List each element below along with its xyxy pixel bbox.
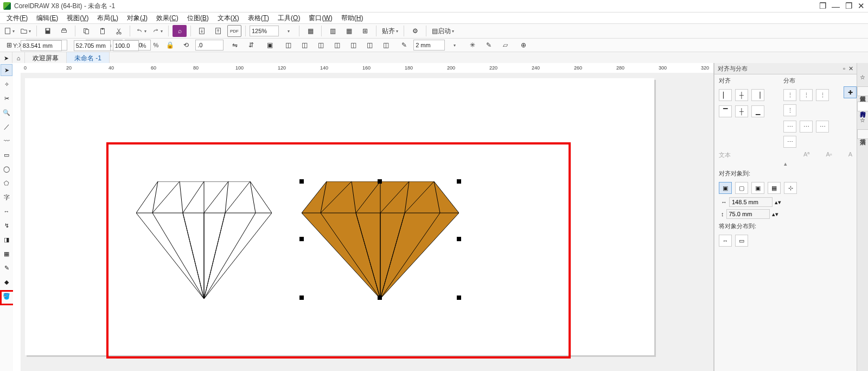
maximize-icon[interactable]: ❐: [845, 1, 852, 11]
vtab-align-distribute[interactable]: 对齐与分布: [857, 102, 869, 111]
dist-to-selection[interactable]: ↔: [719, 235, 732, 247]
minimize-icon[interactable]: ―: [832, 2, 840, 11]
quick-custom-button[interactable]: ⊕: [516, 39, 531, 51]
text-tool[interactable]: 字: [1, 191, 12, 203]
save-button[interactable]: [41, 25, 55, 37]
home-tab-icon[interactable]: ⌂: [12, 52, 25, 64]
menu-item[interactable]: 位图(B): [183, 12, 213, 24]
combine-1[interactable]: ◫: [281, 39, 295, 51]
redo-button[interactable]: ▾: [150, 25, 164, 37]
undo-button[interactable]: ▾: [134, 25, 148, 37]
star-icon[interactable]: ☆: [860, 74, 865, 81]
scale-y-input[interactable]: [113, 40, 139, 51]
print-button[interactable]: [57, 25, 71, 37]
welcome-tab[interactable]: 欢迎屏幕: [25, 52, 67, 64]
diamond-wireframe[interactable]: [136, 181, 272, 299]
outline-toggle[interactable]: ✚: [844, 86, 857, 98]
rotation-input[interactable]: [195, 40, 224, 51]
align-y-input[interactable]: [726, 209, 770, 219]
dist-center-h[interactable]: ⋮: [800, 89, 813, 101]
lock-ratio-icon[interactable]: 🔒: [163, 39, 177, 51]
align-to-point[interactable]: ⊹: [784, 182, 797, 194]
show-grid-button[interactable]: ▦: [342, 25, 356, 37]
outline-width-input[interactable]: [413, 40, 445, 51]
dist-right[interactable]: ⋮: [783, 104, 796, 116]
menu-item[interactable]: 窗口(W): [304, 12, 336, 24]
combine-2[interactable]: ◫: [297, 39, 311, 51]
text-opt-1[interactable]: Aª: [803, 151, 809, 159]
drop-shadow-tool[interactable]: ◨: [1, 234, 12, 246]
menu-item[interactable]: 布局(L): [93, 12, 123, 24]
align-x-input[interactable]: [729, 197, 773, 207]
combine-3[interactable]: ◫: [314, 39, 328, 51]
color-eyedrop-tool[interactable]: ✎: [1, 262, 12, 274]
combine-7[interactable]: ◫: [379, 39, 393, 51]
dist-to-page[interactable]: ▭: [735, 235, 748, 247]
combine-4[interactable]: ◫: [330, 39, 344, 51]
align-right[interactable]: ▕: [751, 89, 764, 101]
new-button[interactable]: ▾: [2, 25, 16, 37]
rectangle-tool[interactable]: ▭: [1, 149, 12, 161]
document-tab[interactable]: 未命名 -1: [67, 52, 110, 64]
dist-top[interactable]: ⋯: [783, 121, 796, 133]
vtab-insert-character[interactable]: 插入字符: [857, 129, 869, 139]
zoom-input[interactable]: [250, 26, 279, 36]
diamond-filled[interactable]: [302, 181, 459, 299]
transparency-tool[interactable]: ▦: [1, 248, 12, 260]
align-bottom[interactable]: ▁: [751, 105, 764, 117]
show-guides-button[interactable]: ⊞: [358, 25, 372, 37]
mirror-h-button[interactable]: ⇋: [228, 39, 242, 51]
star-icon-2[interactable]: ☆: [860, 117, 865, 124]
snap-dropdown[interactable]: 贴齐▾: [380, 25, 400, 37]
align-to-active[interactable]: ▣: [719, 182, 732, 194]
paste-button[interactable]: [95, 25, 110, 37]
artistic-media-tool[interactable]: 〰: [1, 135, 12, 147]
align-to-page-center[interactable]: ▣: [751, 182, 764, 194]
cut-button[interactable]: [112, 25, 126, 37]
canvas[interactable]: [21, 73, 714, 371]
open-button[interactable]: ▾: [18, 25, 33, 37]
dist-spacing-h[interactable]: ⋮: [816, 89, 829, 101]
show-rulers-button[interactable]: ▥: [326, 25, 340, 37]
align-top[interactable]: ▔: [719, 105, 732, 117]
dist-bottom[interactable]: ⋯: [783, 136, 796, 148]
menu-item[interactable]: 帮助(H): [337, 12, 368, 24]
parallel-dim-tool[interactable]: ↔: [1, 205, 12, 217]
fullscreen-button[interactable]: ▦: [303, 25, 317, 37]
order-button[interactable]: ▣: [263, 39, 277, 51]
publish-pdf-button[interactable]: PDF: [227, 25, 241, 37]
menu-item[interactable]: 编辑(E): [32, 12, 62, 24]
connector-tool[interactable]: ↯: [1, 219, 12, 231]
launch-dropdown[interactable]: ▤ 启动▾: [430, 25, 456, 37]
polygon-tool[interactable]: ⬠: [1, 177, 12, 189]
y-input[interactable]: [21, 40, 62, 51]
crop-tool[interactable]: ✂: [1, 92, 12, 104]
wrap-text-button[interactable]: ✳: [465, 39, 480, 51]
menu-item[interactable]: 文件(F): [2, 12, 32, 24]
help-icon[interactable]: ❐: [819, 1, 826, 11]
combine-5[interactable]: ◫: [346, 39, 360, 51]
ellipse-tool[interactable]: ◯: [1, 163, 12, 175]
pick-tool[interactable]: ➤: [1, 64, 12, 76]
text-opt-2[interactable]: A▫: [826, 151, 832, 159]
menu-item[interactable]: 效果(C): [152, 12, 183, 24]
height-input[interactable]: [74, 40, 111, 51]
align-to-grid[interactable]: ▦: [768, 182, 781, 194]
combine-6[interactable]: ◫: [362, 39, 376, 51]
menu-item[interactable]: 表格(T): [244, 12, 273, 24]
search-content-button[interactable]: ⌕: [173, 25, 187, 37]
freehand-tool[interactable]: ／: [1, 121, 12, 133]
pick-tool-indicator[interactable]: ➤: [0, 52, 12, 64]
mirror-v-button[interactable]: ⇵: [244, 39, 258, 51]
vtab-object-properties[interactable]: 对象属性: [857, 86, 869, 96]
menu-item[interactable]: 工具(O): [273, 12, 304, 24]
close-icon[interactable]: ✕: [858, 1, 865, 11]
options-button[interactable]: ⚙: [408, 25, 422, 37]
convert-curves-button[interactable]: ✎: [482, 39, 496, 51]
dist-left[interactable]: ⋮: [783, 89, 796, 101]
export-button[interactable]: [211, 25, 225, 37]
interactive-fill-tool[interactable]: ◆: [1, 276, 12, 288]
zoom-tool[interactable]: 🔍: [1, 106, 12, 118]
shape-tool[interactable]: ✧: [1, 78, 12, 90]
import-button[interactable]: [195, 25, 209, 37]
